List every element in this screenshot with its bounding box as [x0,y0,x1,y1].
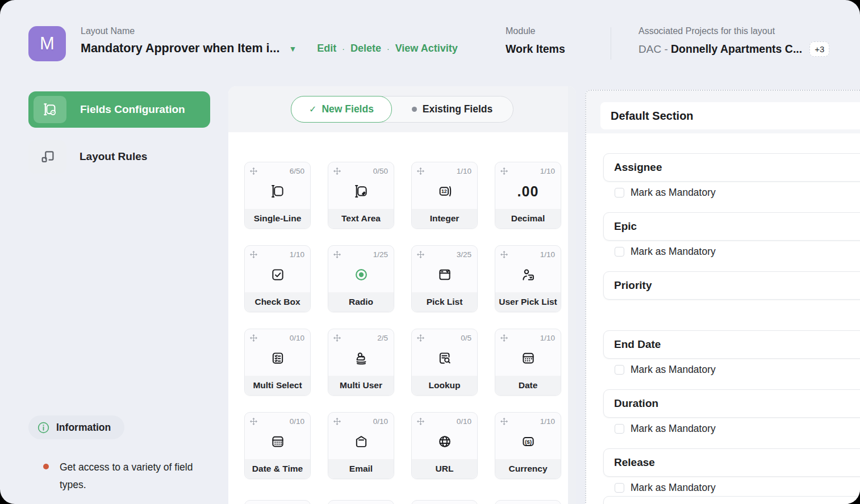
dot-separator: · [342,44,345,53]
field-type-card[interactable]: 1/10 User Pick List [495,245,561,312]
header-divider [611,27,611,60]
decimal-icon: .00 [495,178,561,205]
move-icon[interactable] [417,167,424,175]
fields-panel-header: ✓ New Fields Existing Fields [228,86,576,132]
tab-existing-fields[interactable]: Existing Fields [391,96,513,122]
field-count: 0/5 [461,334,471,342]
field-type-card[interactable]: 0/5 Lookup [411,329,478,396]
sidebar-item-label: Fields Configuration [80,103,185,116]
move-icon[interactable] [417,334,424,342]
move-icon[interactable] [333,251,341,258]
mandatory-row: Mark as Mandatory [615,364,860,376]
field-name-box[interactable]: Release [603,448,860,477]
field-type-card[interactable]: 0/10 Date & Time [244,412,311,479]
field-type-card[interactable]: 1/25 Radio [328,245,394,312]
bullet-icon [43,464,49,469]
field-type-card[interactable]: 3/25 Pick List [411,245,478,312]
single-line-icon [245,178,310,205]
sidebar-item-fields-configuration[interactable]: Fields Configuration [28,91,210,128]
field-name-box[interactable]: Epic [603,212,860,241]
mandatory-label: Mark as Mandatory [631,246,716,258]
field-count: 0/50 [373,167,388,175]
mandatory-checkbox[interactable] [615,247,624,257]
move-icon[interactable] [500,251,508,258]
move-icon[interactable] [250,334,257,342]
field-type-card[interactable]: 1/10 Check Box [244,245,311,312]
move-icon[interactable] [500,418,508,425]
mandatory-checkbox[interactable] [615,483,624,493]
chevron-down-icon[interactable]: ▼ [289,44,297,53]
field-type-label: Date & Time [252,464,303,474]
field-type-card[interactable]: 0/10 URL [411,412,478,479]
associated-projects-block: Associated Projects for this layout DAC … [638,26,829,57]
move-icon[interactable] [500,167,508,175]
layout-header: Layout Name Mandatory Approver when Item… [81,26,458,56]
layout-name-label: Layout Name [81,26,458,36]
field-type-label: Radio [349,297,373,307]
vertical-scrollbar[interactable] [568,86,576,504]
field-name-box[interactable]: End Date [603,330,860,359]
layout-field: Priority Mark as Mandatory [586,271,860,317]
delete-button[interactable]: Delete [350,43,381,54]
field-type-label: Check Box [254,297,300,307]
field-type-card[interactable]: 0/10 Email [328,412,394,479]
move-icon[interactable] [417,418,424,425]
information-label: Information [56,422,111,434]
more-projects-badge[interactable]: +3 [809,41,829,57]
field-type-card[interactable]: 1/10 ($) Currency [495,412,561,479]
section-header-band: Default Section [586,91,860,133]
project-name: Donnelly Apartments C... [671,43,802,56]
page-title: Mandatory Approver when Item i... [81,41,279,56]
field-count: 1/10 [540,250,555,259]
sidebar-item-label: Layout Rules [80,150,147,163]
dot-icon [412,107,417,112]
layout-field: End Date Mark as Mandatory [586,330,860,376]
clipped-card-row [244,500,561,504]
information-header: Information [28,415,124,439]
field-type-card[interactable]: 1/10 Date [495,329,561,396]
move-icon[interactable] [250,167,257,175]
field-name-box[interactable]: Duration [603,389,860,418]
mandatory-checkbox[interactable] [615,424,624,434]
move-icon[interactable] [250,418,257,425]
field-name-box[interactable]: Assignee [603,153,860,182]
move-icon[interactable] [333,334,341,342]
field-type-label: Lookup [429,380,461,390]
edit-button[interactable]: Edit [317,43,336,54]
sidebar-item-layout-rules[interactable]: Layout Rules [28,140,210,174]
module-block: Module Work Items [506,26,565,56]
tab-new-fields[interactable]: ✓ New Fields [291,96,392,123]
field-type-card[interactable]: 1/10 12 Integer [411,162,478,229]
field-type-grid: 6/50 Single-Line 0/50 Text Area 1/10 [244,162,561,479]
multi-user-icon [328,345,394,372]
module-label: Module [506,26,565,36]
mandatory-checkbox[interactable] [615,188,624,198]
mandatory-checkbox[interactable] [615,365,624,375]
field-type-card[interactable]: 0/10 Multi Select [244,329,311,396]
move-icon[interactable] [500,334,508,342]
field-type-label: Single-Line [254,213,302,224]
integer-icon: 12 [412,178,477,205]
move-icon[interactable] [333,418,341,425]
field-type-card[interactable]: 6/50 Single-Line [244,162,311,229]
field-name-box[interactable]: Priority [603,271,860,300]
pick-list-icon [412,261,477,288]
field-type-card[interactable]: 0/50 Text Area [328,162,394,229]
email-icon [328,428,394,455]
field-count: 3/25 [457,250,471,259]
field-count: 0/10 [290,334,304,342]
fields-tab-toggle: ✓ New Fields Existing Fields [291,96,514,123]
move-icon[interactable] [417,251,424,258]
module-value: Work Items [506,43,565,56]
clipped-card [328,500,394,504]
mandatory-row: Mark as Mandatory [615,482,860,494]
mandatory-row: Mark as Mandatory [615,423,860,435]
field-type-card[interactable]: 1/10 .00 Decimal [495,162,561,229]
move-icon[interactable] [333,167,341,175]
field-count: 0/10 [457,417,471,426]
view-activity-button[interactable]: View Activity [395,43,458,54]
section-title[interactable]: Default Section [600,102,860,129]
field-count: 1/25 [373,250,388,259]
field-type-card[interactable]: 2/5 Multi User [328,329,394,396]
move-icon[interactable] [250,251,257,258]
